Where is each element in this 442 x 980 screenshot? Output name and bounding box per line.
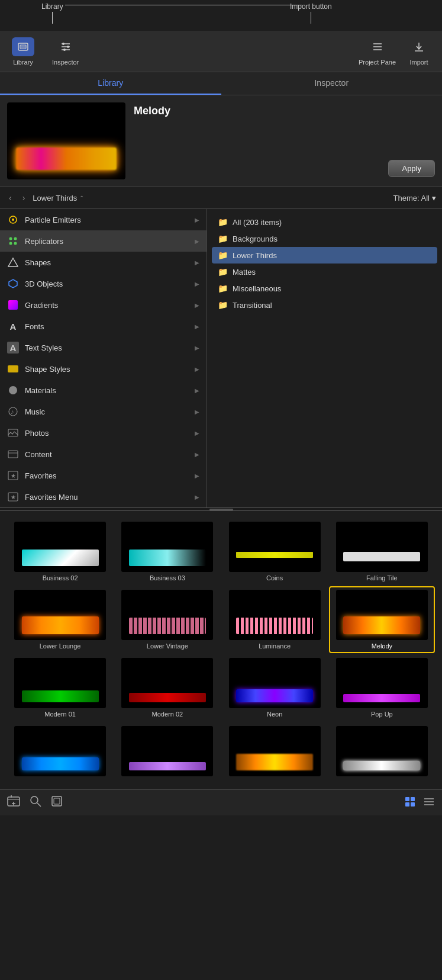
thumb-item-Melody[interactable]: Melody [329,586,435,653]
sidebar-item-shape-styles[interactable]: Shape Styles ▶ [0,358,207,380]
arrow-icon: ▶ [195,451,199,458]
arrow-icon: ▶ [195,473,199,479]
thumb-label: Falling Tile [366,574,398,581]
folder-miscellaneous[interactable]: 📁 Miscellaneous [212,280,437,297]
thumb-image [229,658,321,708]
sidebar-item-particle-emitters[interactable]: Particle Emitters ▶ [0,209,207,230]
arrow-icon: ▶ [195,409,199,415]
thumb-item-15[interactable] [329,722,435,782]
preview-title: Melody [134,105,435,117]
thumb-item-Coins[interactable]: Coins [222,518,328,585]
sidebar: Particle Emitters ▶ Replicators ▶ Shapes… [0,209,207,507]
project-pane-button[interactable]: Project Pane [359,37,396,66]
sidebar-item-materials[interactable]: Materials ▶ [0,380,207,401]
folder-icon: 📁 [218,250,228,260]
thumb-band [236,618,313,634]
thumb-item-Business 03[interactable]: Business 03 [114,518,220,585]
folder-lower-thirds[interactable]: 📁 Lower Thirds [212,247,437,264]
grid-view-button[interactable] [404,796,416,810]
folder-icon: 📁 [218,267,228,277]
sidebar-item-shapes[interactable]: Shapes ▶ [0,252,207,273]
sidebar-item-content[interactable]: Content ▶ [0,444,207,465]
thumb-item-Falling Tile[interactable]: Falling Tile [329,518,435,585]
fonts-icon: A [7,320,19,332]
library-button[interactable]: Library [12,37,34,66]
arrow-icon: ▶ [195,366,199,372]
list-view-button[interactable] [423,796,435,810]
thumb-item-Neon[interactable]: Neon [222,654,328,721]
thumb-item-Modern 02[interactable]: Modern 02 [114,654,220,721]
preview-toggle-button[interactable] [51,795,63,810]
materials-icon [7,384,19,396]
arrow-icon: ▶ [195,217,199,223]
sidebar-item-label: Replicators [25,237,189,246]
thumb-band [22,757,99,770]
forward-button[interactable]: › [20,192,28,204]
thumb-band [22,550,99,566]
breadcrumb[interactable]: Lower Thirds ⌃ [33,194,84,203]
import-button[interactable]: Import [408,37,430,66]
thumb-item-12[interactable] [7,722,113,782]
search-button[interactable] [30,795,41,810]
folder-all[interactable]: 📁 All (203 items) [212,214,437,230]
thumb-item-Business 02[interactable]: Business 02 [7,518,113,585]
thumb-image [336,658,428,708]
thumb-image [121,590,213,640]
sidebar-item-favorites[interactable]: ★ Favorites ▶ [0,465,207,486]
svg-point-24 [9,386,17,394]
thumb-item-Lower Lounge[interactable]: Lower Lounge [7,586,113,653]
back-button[interactable]: ‹ [6,192,15,204]
thumb-label: Modern 01 [44,711,76,718]
content-icon [7,448,19,460]
inspector-icon [54,37,77,56]
sidebar-item-favorites-menu[interactable]: ★ Favorites Menu ▶ [0,486,207,507]
favorites-icon: ★ [7,470,19,481]
thumb-item-Pop Up[interactable]: Pop Up [329,654,435,721]
tab-bar: Library Inspector [0,72,442,95]
folder-backgrounds[interactable]: 📁 Backgrounds [212,230,437,247]
sidebar-item-label: Particle Emitters [25,216,189,224]
sidebar-item-text-styles[interactable]: A Text Styles ▶ [0,337,207,358]
thumb-image [121,522,213,572]
sidebar-item-label: 3D Objects [25,279,189,288]
sidebar-item-fonts[interactable]: A Fonts ▶ [0,316,207,337]
import-icon [408,37,430,56]
thumb-item-14[interactable] [222,722,328,782]
arrow-icon: ▶ [195,323,199,330]
theme-selector[interactable]: Theme: All ▾ [393,194,436,203]
thumb-item-Luminance[interactable]: Luminance [222,586,328,653]
thumb-item-Modern 01[interactable]: Modern 01 [7,654,113,721]
sidebar-item-label: Gradients [25,301,189,310]
thumb-label: Luminance [259,642,291,650]
sidebar-item-gradients[interactable]: Gradients ▶ [0,294,207,316]
thumb-label: Coins [266,574,283,581]
svg-point-17 [14,237,17,240]
arrow-icon: ▶ [195,430,199,436]
add-folder-button[interactable] [7,795,20,811]
thumb-item-Lower Vintage[interactable]: Lower Vintage [114,586,220,653]
inspector-toolbar-button[interactable]: Inspector [52,37,79,66]
svg-rect-42 [54,798,60,804]
svg-rect-45 [405,802,409,807]
thumb-label: Neon [267,711,282,718]
tab-inspector[interactable]: Inspector [221,72,443,95]
3d-objects-icon [7,278,19,290]
sidebar-item-3d-objects[interactable]: 3D Objects ▶ [0,273,207,294]
sidebar-item-replicators[interactable]: Replicators ▶ [0,230,207,252]
tab-library[interactable]: Library [0,72,221,95]
sidebar-item-photos[interactable]: Photos ▶ [0,422,207,444]
sidebar-item-music[interactable]: ♪ Music ▶ [0,401,207,422]
thumb-image [14,522,106,572]
toolbar: Library Inspector Project P [0,31,442,72]
arrow-icon: ▶ [195,259,199,266]
svg-text:★: ★ [11,494,16,500]
svg-rect-28 [8,451,18,458]
apply-button[interactable]: Apply [388,160,435,177]
thumb-label: Pop Up [371,711,393,718]
thumb-item-13[interactable] [114,722,220,782]
library-icon [12,37,34,56]
folder-panel: 📁 All (203 items) 📁 Backgrounds 📁 Lower … [207,209,442,507]
folder-transitional[interactable]: 📁 Transitional [212,297,437,313]
folder-mattes[interactable]: 📁 Mattes [212,264,437,280]
thumb-band [129,618,206,634]
